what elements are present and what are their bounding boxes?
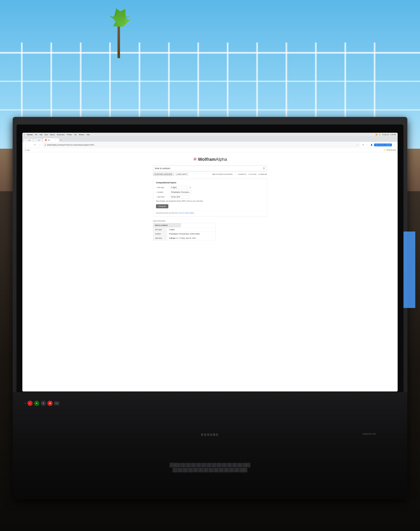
4-key[interactable]: 4 bbox=[193, 468, 198, 472]
m-button[interactable]: M bbox=[34, 401, 39, 406]
f2-key[interactable]: F2 bbox=[186, 463, 191, 467]
keyboard-area: esc F1 F2 F3 F4 F5 F6 F7 F8 F9 F10 F11 F… bbox=[13, 438, 407, 497]
f5-key[interactable]: F5 bbox=[201, 463, 206, 467]
skin-type-info-key: skin type bbox=[153, 228, 167, 232]
wolfram-search-box[interactable]: ☰ bbox=[153, 166, 267, 171]
examples-icon: ⋮⋮ bbox=[235, 173, 238, 175]
input-information-section: Input information time to sunburn skin t… bbox=[153, 220, 267, 240]
5-key[interactable]: 5 bbox=[198, 468, 203, 472]
3-key[interactable]: 3 bbox=[188, 468, 193, 472]
profile-icon[interactable]: 👤 bbox=[370, 143, 373, 147]
skin-type-row: skin type: II (light) ▼ bbox=[156, 186, 264, 189]
f11-key[interactable]: F11 bbox=[232, 463, 237, 467]
view-menu-item[interactable]: View bbox=[45, 134, 48, 136]
edit-menu-item[interactable]: Edit bbox=[40, 134, 42, 136]
file-menu-item[interactable]: File bbox=[35, 134, 37, 136]
bookmarks-bar: 📁 Dev 📁 All Bookmarks bbox=[22, 148, 398, 152]
tab-close-button[interactable]: × bbox=[55, 139, 57, 141]
skin-type-field[interactable]: II (light) bbox=[170, 186, 189, 189]
f3-key[interactable]: F3 bbox=[191, 463, 196, 467]
start-time-label: start time: bbox=[156, 196, 170, 198]
back-button[interactable]: ← bbox=[24, 143, 28, 147]
power-button[interactable]: ⏻ bbox=[47, 401, 53, 406]
9-key[interactable]: 9 bbox=[219, 468, 224, 472]
bookmark-star-icon[interactable]: ☆ bbox=[357, 144, 358, 146]
0-key[interactable]: 0 bbox=[224, 468, 229, 472]
wa-logo-text: WolframAlpha bbox=[198, 157, 227, 162]
1-key[interactable]: 1 bbox=[178, 468, 182, 472]
extended-keyboard-item[interactable]: ⌨ EXTENDED KEYBOARD bbox=[212, 173, 232, 175]
start-time-field[interactable]: 26 Apr 2024 bbox=[170, 195, 189, 198]
minus-key[interactable]: — bbox=[229, 468, 234, 472]
f10-key[interactable]: F10 bbox=[227, 463, 232, 467]
all-bookmarks-link[interactable]: 📁 All Bookmarks bbox=[384, 149, 396, 151]
minus-button[interactable]: — bbox=[54, 401, 59, 405]
c-button[interactable]: C bbox=[27, 401, 33, 406]
dev-bookmark[interactable]: 📁 Dev bbox=[24, 149, 31, 151]
f6-key[interactable]: F6 bbox=[207, 463, 211, 467]
profiles-menu-item[interactable]: Profiles bbox=[67, 134, 72, 136]
tilde-key[interactable]: ~ bbox=[173, 468, 177, 472]
save-icon[interactable]: ↓ bbox=[366, 143, 369, 147]
wa-menu-icon[interactable]: ☰ bbox=[263, 167, 265, 170]
examples-item[interactable]: ⋮⋮ EXAMPLES bbox=[235, 173, 246, 175]
brightness-button[interactable]: ☀ bbox=[41, 401, 46, 406]
compute-button[interactable]: Compute bbox=[156, 204, 168, 208]
reload-button[interactable]: ↻ bbox=[33, 143, 37, 147]
backspace-key[interactable]: ⌫ bbox=[240, 468, 247, 472]
tab-menu-item[interactable]: Tab bbox=[74, 134, 77, 136]
address-input[interactable]: 🔒 wolframalpha.com/input?i=time+to+sunbu… bbox=[43, 143, 360, 147]
home-button[interactable]: ⌂ bbox=[38, 143, 42, 147]
assumption-label: Assuming location and start time bbox=[156, 212, 178, 214]
examples-label: EXAMPLES bbox=[238, 173, 246, 175]
plus-key[interactable]: + bbox=[234, 468, 239, 472]
use-uv-link[interactable]: Use UV index instead bbox=[179, 212, 194, 214]
esc-key[interactable]: esc bbox=[170, 463, 180, 467]
7-key[interactable]: 7 bbox=[209, 468, 213, 472]
f7-key[interactable]: F7 bbox=[212, 463, 216, 467]
f4-key[interactable]: F4 bbox=[196, 463, 201, 467]
more-options-button[interactable]: ⋮ bbox=[393, 143, 396, 147]
security-icon: 🔒 bbox=[45, 144, 46, 146]
6-key[interactable]: 6 bbox=[203, 468, 208, 472]
new-tab-button[interactable]: + bbox=[59, 138, 63, 142]
tab1-icon: 📄 bbox=[26, 140, 27, 141]
folder-icon: 📁 bbox=[25, 149, 27, 151]
f12-key[interactable]: F12 bbox=[237, 463, 242, 467]
apple-menu[interactable]:  bbox=[24, 134, 25, 136]
toolbar-right-items: ⌨ EXTENDED KEYBOARD ⋮⋮ EXAMPLES ⬆ UPLOAD bbox=[212, 173, 267, 175]
cast-icon[interactable]: ⟳ bbox=[361, 143, 365, 147]
new-chrome-badge[interactable]: New Chrome available bbox=[374, 143, 392, 146]
8-key[interactable]: 8 bbox=[214, 468, 218, 472]
random-item[interactable]: ⇄ RANDOM bbox=[258, 173, 267, 175]
wolfram-alpha-container: ✳ WolframAlpha ☰ bbox=[153, 156, 267, 240]
f1-key[interactable]: F1 bbox=[181, 463, 186, 467]
math-input-button[interactable]: ∑ MATH INPUT bbox=[175, 173, 189, 176]
window-menu-item[interactable]: Window bbox=[79, 134, 84, 136]
upload-item[interactable]: ⬆ UPLOAD bbox=[248, 173, 256, 175]
skin-type-dropdown[interactable]: II (light) ▼ bbox=[170, 186, 191, 189]
location-field[interactable]: Philadelphia, Pennsylva... bbox=[170, 191, 191, 194]
wolfram-search-input[interactable] bbox=[155, 167, 263, 170]
upload-label: UPLOAD bbox=[250, 173, 256, 175]
delete-key[interactable]: delete bbox=[242, 463, 250, 467]
chrome-menu-item[interactable]: Chrome bbox=[27, 134, 33, 136]
side-accessory bbox=[404, 232, 415, 308]
macos-menubar:  Chrome File Edit View History Bookmark… bbox=[22, 133, 398, 137]
battery-icon: 🔋 bbox=[379, 134, 381, 136]
forward-button[interactable]: → bbox=[29, 143, 32, 147]
history-menu-item[interactable]: History bbox=[50, 134, 55, 136]
f8-key[interactable]: F8 bbox=[217, 463, 222, 467]
laptop-bottom: + C M ☀ ⏻ — DASUNG Paperlike HD bbox=[13, 392, 407, 499]
f9-key[interactable]: F9 bbox=[222, 463, 227, 467]
inactive-tab-1[interactable]: 📄 [AC bbox=[23, 139, 33, 142]
2-key[interactable]: 2 bbox=[183, 468, 188, 472]
help-menu-item[interactable]: Help bbox=[87, 134, 90, 136]
natural-language-button[interactable]: ✺ NATURAL LANGUAGE bbox=[153, 173, 174, 176]
inactive-tab-2[interactable]: 📄 intr bbox=[33, 139, 43, 142]
number-key-row: ~ 1 2 3 4 5 6 7 8 9 0 — + ⌫ bbox=[173, 468, 247, 472]
start-time-time: 1:18 pm bbox=[169, 237, 175, 239]
wa-logo-star-icon: ✳ bbox=[193, 156, 197, 162]
active-tab[interactable]: W Ro... × bbox=[43, 138, 59, 142]
bookmarks-menu-item[interactable]: Bookmarks bbox=[57, 134, 65, 136]
